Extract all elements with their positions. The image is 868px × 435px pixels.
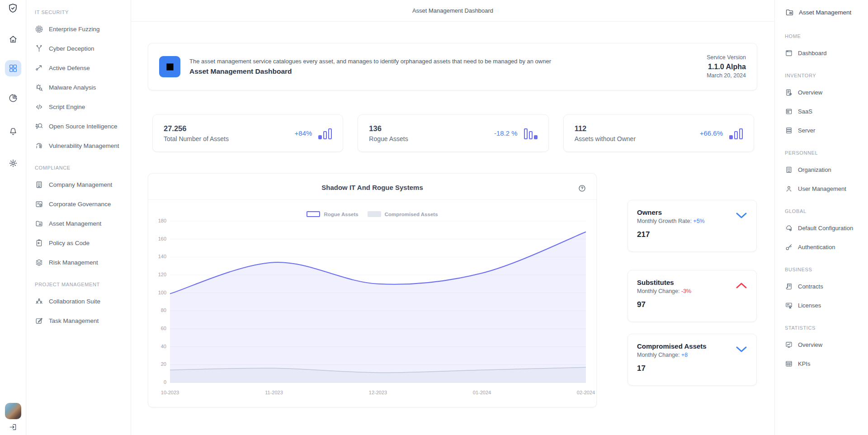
nav-item-label: Organization bbox=[798, 166, 831, 173]
right-sidebar-title: Asset Management bbox=[799, 9, 851, 16]
nav-section: PROJECT MANAGEMENTCollaboration SuiteTas… bbox=[35, 281, 131, 331]
stat-card-row: 27.256Total Number of Assets+84%136Rogue… bbox=[152, 114, 754, 152]
nav-section-title: STATISTICS bbox=[785, 325, 868, 331]
info-card-owners: OwnersMonthly Growth Rate: +5%217 bbox=[627, 200, 757, 252]
share-arrow-icon bbox=[35, 64, 43, 72]
certificate-icon bbox=[785, 301, 793, 309]
clipboard-arrow-icon bbox=[35, 239, 43, 247]
rail-item-notifications[interactable] bbox=[5, 123, 21, 140]
sidebar-item-malware-analysis[interactable]: Malware Analysis bbox=[35, 78, 131, 97]
sidebar-item-contracts[interactable]: Contracts bbox=[785, 277, 868, 296]
nav-section-title: PROJECT MANAGEMENT bbox=[35, 281, 131, 288]
sidebar-item-cyber-deception[interactable]: Cyber Deception bbox=[35, 39, 131, 58]
fingerprint-icon bbox=[35, 142, 43, 150]
nav-item-label: User Management bbox=[798, 185, 846, 192]
nav-section-title: INVENTORY bbox=[785, 72, 868, 79]
people-icon bbox=[35, 297, 43, 306]
nav-item-label: Company Management bbox=[49, 181, 112, 188]
legend-item-rogue-assets[interactable]: Rogue Assets bbox=[307, 211, 358, 217]
nav-item-label: SaaS bbox=[798, 108, 812, 115]
nav-section: HOMEDashboard bbox=[785, 33, 868, 62]
sidebar-item-active-defense[interactable]: Active Defense bbox=[35, 58, 131, 78]
nav-item-label: Authentication bbox=[798, 244, 835, 251]
sidebar-item-policy-as-code[interactable]: Policy as Code bbox=[35, 233, 131, 253]
rail-item-settings[interactable] bbox=[5, 155, 21, 171]
y-axis-tick: 60 bbox=[148, 326, 166, 331]
sidebar-item-corporate-governance[interactable]: Corporate Governance bbox=[35, 194, 131, 214]
y-axis-tick: 20 bbox=[148, 361, 166, 367]
scroll-icon bbox=[785, 282, 793, 290]
nav-item-label: Overview bbox=[798, 341, 822, 348]
osint-search-icon bbox=[35, 122, 43, 131]
legend-item-compromised-assets[interactable]: Compromised Assets bbox=[368, 211, 438, 217]
info-card-subtitle: Monthly Change: -3% bbox=[637, 288, 747, 294]
nav-section: BUSINESSContractsLicenses bbox=[785, 266, 868, 315]
building-icon bbox=[785, 165, 793, 174]
shield-check-icon bbox=[7, 3, 19, 14]
nav-item-label: Active Defense bbox=[49, 65, 90, 71]
sidebar-item-licenses[interactable]: Licenses bbox=[785, 296, 868, 315]
nav-section-title: COMPLIANCE bbox=[35, 165, 131, 171]
rail-item-reports[interactable] bbox=[5, 90, 21, 106]
user-avatar[interactable] bbox=[5, 403, 21, 419]
y-axis-tick: 120 bbox=[148, 272, 166, 277]
branch-y-icon bbox=[35, 44, 43, 53]
stat-label: Rogue Assets bbox=[369, 135, 408, 142]
sidebar-item-open-source-intelligence[interactable]: Open Source Intelligence bbox=[35, 117, 131, 136]
info-card-value: 217 bbox=[637, 230, 747, 239]
nav-section-title: PERSONNEL bbox=[785, 150, 868, 156]
y-axis-tick: 40 bbox=[148, 344, 166, 349]
nav-section-title: GLOBAL bbox=[785, 208, 868, 214]
sidebar-item-script-engine[interactable]: Script Engine bbox=[35, 97, 131, 117]
rail-item-home[interactable] bbox=[5, 31, 21, 47]
sidebar-item-task-management[interactable]: Task Management bbox=[35, 311, 131, 331]
window-tag-icon bbox=[785, 107, 793, 115]
nav-item-label: Policy as Code bbox=[49, 240, 90, 246]
x-axis-tick: 11-2023 bbox=[256, 390, 292, 395]
nav-item-label: Enterprise Fuzzing bbox=[49, 26, 100, 33]
dashboard-tile-icon bbox=[159, 56, 180, 77]
rail-item-logo[interactable] bbox=[5, 0, 21, 16]
sidebar-item-overview[interactable]: Overview bbox=[785, 83, 868, 102]
sidebar-item-enterprise-fuzzing[interactable]: Enterprise Fuzzing bbox=[35, 19, 131, 39]
nav-section-title: HOME bbox=[785, 33, 868, 39]
sign-out-button[interactable] bbox=[9, 423, 17, 433]
stat-card: 136Rogue Assets-18.2 % bbox=[358, 114, 548, 152]
legend-swatch-icon bbox=[368, 211, 381, 217]
chevron-down-icon[interactable] bbox=[736, 346, 747, 353]
sidebar-item-saas[interactable]: SaaS bbox=[785, 102, 868, 121]
y-axis-tick: 0 bbox=[148, 379, 166, 385]
icon-rail bbox=[0, 0, 26, 435]
bars-descending-icon bbox=[524, 128, 538, 139]
sidebar-item-collaboration-suite[interactable]: Collaboration Suite bbox=[35, 292, 131, 311]
sidebar-item-user-management[interactable]: User Management bbox=[785, 179, 868, 198]
sidebar-item-vulnerability-management[interactable]: Vulnerability Management bbox=[35, 136, 131, 156]
right-sidebar-header: Asset Management bbox=[785, 7, 868, 17]
rail-item-apps[interactable] bbox=[5, 60, 21, 76]
home-icon bbox=[8, 34, 18, 44]
sidebar-item-dashboard[interactable]: Dashboard bbox=[785, 43, 868, 62]
sidebar-item-kpis[interactable]: KPIs bbox=[785, 354, 868, 373]
sidebar-item-company-management[interactable]: Company Management bbox=[35, 175, 131, 194]
sidebar-item-asset-management[interactable]: Asset Management bbox=[35, 214, 131, 233]
chevron-down-icon[interactable] bbox=[736, 212, 747, 219]
chevron-up-icon[interactable] bbox=[736, 282, 747, 289]
sidebar-item-risk-management[interactable]: Risk Management bbox=[35, 253, 131, 272]
x-axis-tick: 02-2024 bbox=[568, 390, 604, 395]
y-axis-tick: 80 bbox=[148, 307, 166, 313]
sidebar-item-default-configuration[interactable]: Default Configuration bbox=[785, 218, 868, 237]
nav-item-label: Risk Management bbox=[49, 259, 98, 266]
stat-card: 27.256Total Number of Assets+84% bbox=[152, 114, 343, 152]
sidebar-item-server[interactable]: Server bbox=[785, 121, 868, 140]
y-axis-tick: 140 bbox=[148, 254, 166, 259]
sidebar-item-organization[interactable]: Organization bbox=[785, 160, 868, 179]
sidebar-item-overview[interactable]: Overview bbox=[785, 335, 868, 354]
info-card-subtitle-value: -3% bbox=[681, 288, 691, 294]
info-card-subtitle: Monthly Growth Rate: +5% bbox=[637, 218, 747, 224]
info-card-title: Owners bbox=[637, 208, 747, 216]
sidebar-item-authentication[interactable]: Authentication bbox=[785, 237, 868, 256]
help-icon[interactable] bbox=[578, 184, 586, 193]
nav-item-label: Task Management bbox=[49, 317, 99, 324]
chart-legend: Rogue AssetsCompromised Assets bbox=[148, 211, 596, 217]
nav-item-label: Licenses bbox=[798, 302, 821, 309]
